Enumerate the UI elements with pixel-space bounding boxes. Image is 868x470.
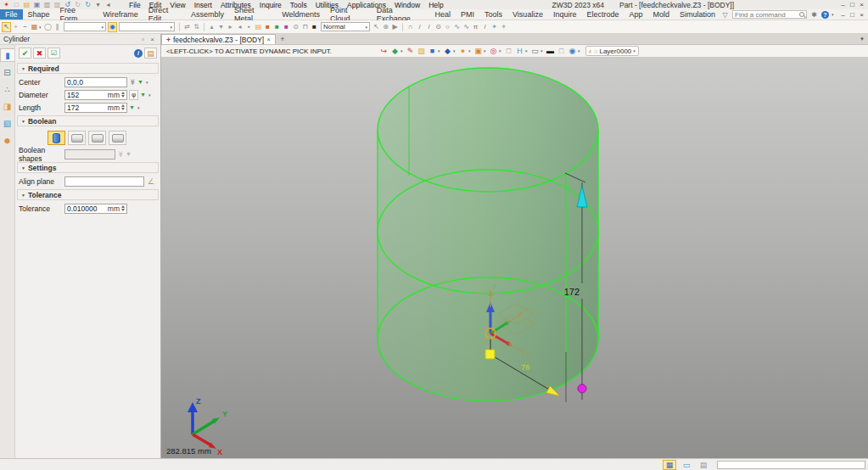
arc-tool-icon[interactable]: ∩ bbox=[406, 22, 415, 32]
auto-highlight-icon[interactable]: ◉ bbox=[108, 22, 117, 32]
wireframe-display-icon[interactable]: ◆ bbox=[442, 46, 453, 56]
menu-help[interactable]: Help bbox=[424, 1, 447, 9]
spline-through-points-icon[interactable]: ∿ bbox=[462, 22, 471, 32]
pick-list-icon[interactable]: ∥ bbox=[53, 22, 62, 32]
expression-icon[interactable]: ⊓ bbox=[300, 22, 310, 32]
entity-info-icon[interactable]: ▦ bbox=[663, 460, 676, 470]
layer-combo[interactable]: ◐ ○ Layer0000 ▾ bbox=[585, 46, 639, 56]
show-target-icon[interactable]: ▨ bbox=[416, 46, 427, 56]
brush-icon[interactable]: ✎ bbox=[405, 46, 416, 56]
snap-point-icon[interactable]: ▪ bbox=[244, 22, 254, 32]
length-pick-dropdown[interactable]: ▾ bbox=[137, 105, 142, 110]
ribbon-tab-weldments[interactable]: Weldments bbox=[277, 9, 325, 20]
circle-center-icon[interactable]: ⊙ bbox=[434, 22, 443, 32]
ribbon-tab-heal[interactable]: Heal bbox=[429, 9, 456, 20]
snap-down-icon[interactable]: ▾ bbox=[216, 22, 226, 32]
ribbon-tab-data-exchange[interactable]: Data Exchange bbox=[372, 9, 430, 20]
panel-float-icon[interactable]: ▫ bbox=[138, 34, 148, 44]
ribbon-tab-app[interactable]: App bbox=[624, 9, 647, 20]
viewport-frame-icon[interactable]: □ bbox=[556, 46, 567, 56]
doc-restore-button[interactable]: □ bbox=[848, 9, 857, 20]
segment-icon[interactable]: / bbox=[480, 22, 490, 32]
view-image-tab[interactable]: ▧ bbox=[0, 116, 14, 130]
layer-bulb-off-icon[interactable]: ○ bbox=[594, 48, 597, 54]
pick-remove-icon[interactable]: − bbox=[20, 22, 30, 32]
ok-button[interactable]: ✔ bbox=[19, 48, 31, 59]
ribbon-tab-direct-edit[interactable]: Direct Edit bbox=[143, 9, 186, 20]
options-icon[interactable]: ▤ bbox=[144, 48, 157, 59]
doc-close-button[interactable]: × bbox=[857, 9, 866, 20]
info-icon[interactable]: i bbox=[134, 49, 143, 58]
visibility-icon[interactable]: ◉ bbox=[567, 46, 578, 56]
align-plane-pick-icon[interactable]: ∠ bbox=[146, 177, 156, 186]
section-view-icon[interactable]: ● bbox=[457, 46, 468, 56]
diameter-pick-dropdown[interactable]: ▾ bbox=[148, 92, 153, 98]
search-icon[interactable] bbox=[799, 12, 804, 17]
boolean-intersect-button[interactable] bbox=[109, 131, 126, 145]
restore-button[interactable]: □ bbox=[848, 0, 857, 10]
length-spinner[interactable] bbox=[121, 104, 125, 110]
ribbon-tab-visualize[interactable]: Visualize bbox=[507, 9, 548, 20]
attach-icon[interactable]: ⊕ bbox=[381, 22, 390, 32]
apply-button[interactable]: ☑ bbox=[48, 48, 60, 59]
settings-gear-icon[interactable]: ✱ bbox=[809, 9, 819, 20]
diameter-spinner[interactable] bbox=[121, 92, 125, 98]
doc-minimize-button[interactable]: – bbox=[838, 9, 848, 20]
cursor-tool-icon[interactable]: ↖ bbox=[372, 22, 381, 32]
layer-bulb-on-icon[interactable]: ◐ bbox=[589, 48, 592, 54]
center-input[interactable]: 0,0,0 bbox=[64, 77, 127, 87]
center-pick-icon[interactable]: ▼ bbox=[137, 79, 144, 85]
tolerance-section-header[interactable]: ▼ Tolerance bbox=[17, 189, 159, 200]
multi-view-icon[interactable]: ▭ bbox=[529, 46, 540, 56]
graphics-viewport[interactable]: 172 76 bbox=[161, 58, 868, 458]
center-pick-dropdown[interactable]: ▾ bbox=[146, 80, 150, 85]
menu-file[interactable]: File bbox=[125, 1, 145, 9]
visibility-icon-dropdown[interactable]: ▾ bbox=[578, 48, 582, 53]
ribbon-tab-mold[interactable]: Mold bbox=[647, 9, 675, 20]
replay-icon[interactable]: ▶ bbox=[390, 22, 400, 32]
quick-pick-tab[interactable]: ⊟ bbox=[0, 65, 14, 79]
tolerance-input[interactable]: 0.010000 mm bbox=[64, 204, 127, 214]
preview-box-icon[interactable]: ■ bbox=[310, 22, 319, 32]
ribbon-tab-simulation[interactable]: Simulation bbox=[675, 9, 720, 20]
boolean-remove-button[interactable] bbox=[88, 131, 106, 145]
app-logo-icon[interactable]: ✦ bbox=[2, 0, 11, 10]
height-anchor-handle[interactable] bbox=[578, 384, 586, 393]
assembly-manager-tab[interactable]: ∴ bbox=[0, 82, 14, 96]
snap-left-icon[interactable]: ◂ bbox=[235, 22, 244, 32]
ribbon-tab-file[interactable]: File bbox=[0, 9, 23, 20]
status-input[interactable] bbox=[717, 461, 865, 469]
diameter-input[interactable]: 152 mm bbox=[64, 90, 127, 100]
rotate-target-icon[interactable]: ◎ bbox=[488, 46, 499, 56]
new-tab-button[interactable]: + bbox=[276, 34, 289, 44]
file-info-icon[interactable]: ▤ bbox=[697, 460, 710, 470]
new-file-icon[interactable]: □ bbox=[12, 0, 21, 10]
background-icon[interactable]: ▬ bbox=[545, 46, 556, 56]
radius-anchor-handle[interactable] bbox=[485, 350, 495, 359]
align-plane-input[interactable] bbox=[64, 176, 144, 187]
ribbon-tab-free-form[interactable]: Free Form bbox=[55, 9, 98, 20]
line-tool-icon[interactable]: / bbox=[415, 22, 424, 32]
spline-icon[interactable]: ∿ bbox=[452, 22, 462, 32]
ribbon-tab-inquire[interactable]: Inquire bbox=[548, 9, 582, 20]
polyline-tool-icon[interactable]: / bbox=[424, 22, 434, 32]
align-vertical-icon[interactable]: ⇅ bbox=[192, 22, 201, 32]
diameter-symbol-button[interactable]: φ bbox=[129, 90, 138, 100]
insert-shape-icon[interactable]: ■ bbox=[263, 22, 272, 32]
pick-add-icon[interactable]: + bbox=[11, 22, 20, 32]
external-ref-icon[interactable]: ■ bbox=[282, 22, 291, 32]
clip-plane-icon[interactable]: H bbox=[514, 46, 525, 56]
diameter-pick-icon[interactable]: ▼ bbox=[140, 92, 147, 98]
tab-overflow-icon[interactable]: ▼ bbox=[856, 34, 868, 44]
ribbon-tab-shape[interactable]: Shape bbox=[23, 9, 55, 20]
open-target-icon[interactable]: ▤ bbox=[254, 22, 263, 32]
role-tab[interactable]: ☻ bbox=[0, 133, 14, 147]
visual-manager-tab[interactable]: ◨ bbox=[0, 99, 14, 113]
ribbon-tab-electrode[interactable]: Electrode bbox=[581, 9, 624, 20]
entity-filter-combo[interactable]: ▾ bbox=[64, 22, 106, 31]
ribbon-tab-assembly[interactable]: Assembly bbox=[186, 9, 229, 20]
menu-insert[interactable]: Insert bbox=[190, 1, 216, 9]
snapshot-icon[interactable]: ▣ bbox=[473, 46, 484, 56]
pick-filter-icon[interactable]: ↖ bbox=[2, 22, 11, 32]
layer-dropdown-icon[interactable]: ▾ bbox=[633, 48, 636, 53]
